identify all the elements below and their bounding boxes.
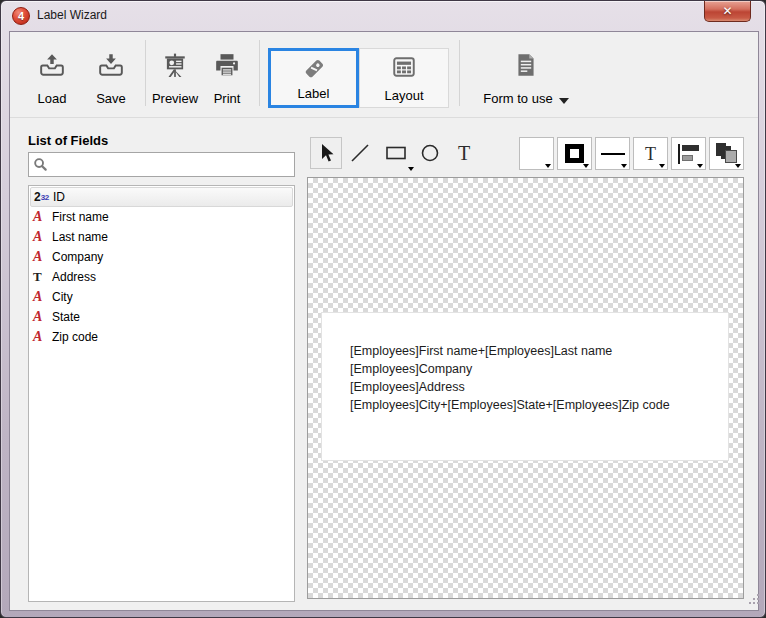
save-icon (98, 52, 124, 78)
preview-button[interactable]: Preview (146, 48, 204, 108)
ellipse-icon (419, 142, 441, 164)
border-color-button[interactable] (557, 137, 592, 170)
print-button[interactable]: Print (202, 48, 252, 108)
field-row-address[interactable]: T Address (30, 267, 293, 287)
alpha-field-icon: A (33, 289, 52, 305)
alpha-field-icon: A (33, 209, 52, 225)
field-name: Address (52, 270, 96, 284)
label-design-canvas[interactable]: [Employees]First name+[Employees]Last na… (307, 177, 744, 599)
tab-layout-text: Layout (384, 88, 423, 103)
text-tool-icon: T (458, 143, 470, 163)
alpha-field-icon: A (33, 229, 52, 245)
save-label: Save (96, 91, 126, 106)
dropdown-triangle-icon (621, 164, 627, 168)
field-row-zip-code[interactable]: A Zip code (30, 327, 293, 347)
field-name: Zip code (52, 330, 98, 344)
label-preview-box[interactable]: [Employees]First name+[Employees]Last na… (322, 313, 728, 460)
integer-32-field-icon: 232 (34, 190, 53, 204)
field-row-company[interactable]: A Company (30, 247, 293, 267)
toolbar-separator (459, 40, 460, 106)
close-button[interactable]: ✕ (704, 1, 751, 22)
line-width-button[interactable] (595, 137, 630, 170)
alignment-button[interactable] (671, 137, 706, 170)
form-to-use-label: Form to use (483, 91, 568, 106)
line-icon (349, 142, 371, 164)
fill-color-button[interactable] (519, 137, 554, 170)
layout-grid-icon (391, 54, 417, 80)
field-name: State (52, 310, 80, 324)
text-style-icon: T (645, 145, 656, 163)
load-button[interactable]: Load (24, 48, 80, 108)
select-arrow-tool[interactable] (310, 137, 342, 169)
save-button[interactable]: Save (83, 48, 139, 108)
field-row-city[interactable]: A City (30, 287, 293, 307)
tab-label-text: Label (298, 86, 330, 101)
dropdown-triangle-icon (697, 164, 703, 168)
text-style-button[interactable]: T (633, 137, 668, 170)
label-line[interactable]: [Employees]City+[Employees]State+[Employ… (350, 396, 728, 414)
field-name: City (52, 290, 73, 304)
close-icon: ✕ (722, 5, 732, 17)
tab-label[interactable]: Label (268, 48, 359, 108)
text-tool[interactable]: T (448, 137, 480, 169)
label-line[interactable]: [Employees]First name+[Employees]Last na… (350, 342, 728, 360)
field-row-id[interactable]: 232 ID (30, 187, 293, 207)
label-line[interactable]: [Employees]Address (350, 378, 728, 396)
preview-icon (162, 52, 188, 78)
alpha-field-icon: A (33, 249, 52, 265)
titlebar[interactable]: 4 Label Wizard ✕ (1, 1, 765, 31)
text-field-icon: T (33, 269, 52, 285)
alpha-field-icon: A (33, 309, 52, 325)
dropdown-triangle-icon (659, 164, 665, 168)
preview-label: Preview (152, 91, 198, 106)
line-tool[interactable] (344, 137, 376, 169)
arrange-layers-button[interactable] (709, 137, 744, 170)
main-toolbar: Load Save (10, 32, 758, 118)
form-to-use-button[interactable]: Form to use (470, 48, 582, 108)
dropdown-triangle-icon (735, 164, 741, 168)
4d-app-icon: 4 (12, 7, 30, 25)
tag-icon (301, 56, 327, 82)
form-document-icon (513, 52, 539, 78)
dropdown-triangle-icon (583, 164, 589, 168)
alpha-field-icon: A (33, 329, 52, 345)
line-width-icon (601, 153, 625, 155)
border-swatch-icon (565, 144, 584, 163)
search-icon (33, 157, 48, 172)
toolbar-separator (259, 40, 260, 106)
resize-grip[interactable] (749, 594, 761, 606)
field-name: ID (53, 190, 65, 204)
dialog-content: Load Save (9, 31, 759, 611)
fields-panel-title: List of Fields (28, 133, 108, 148)
search-input[interactable] (48, 153, 294, 176)
longint-base-glyph: 2 (34, 190, 41, 204)
label-wizard-window: 4 Label Wizard ✕ Load Save (0, 0, 766, 618)
cursor-arrow-icon (317, 143, 335, 163)
window-title: Label Wizard (37, 8, 107, 22)
search-box (28, 152, 295, 177)
field-name: Last name (52, 230, 108, 244)
field-row-last-name[interactable]: A Last name (30, 227, 293, 247)
print-label: Print (214, 91, 241, 106)
field-list[interactable]: 232 ID A First name A Last name A Compan… (28, 185, 295, 602)
field-row-first-name[interactable]: A First name (30, 207, 293, 227)
load-label: Load (38, 91, 67, 106)
tab-layout[interactable]: Layout (359, 48, 449, 108)
layers-icon (716, 143, 738, 165)
label-line[interactable]: [Employees]Company (350, 360, 728, 378)
field-name: First name (52, 210, 109, 224)
print-icon (214, 52, 240, 78)
ellipse-tool[interactable] (414, 137, 446, 169)
app-icon-glyph: 4 (18, 10, 24, 22)
rectangle-tool[interactable] (380, 137, 412, 169)
dropdown-triangle-icon (545, 164, 551, 168)
field-name: Company (52, 250, 103, 264)
form-to-use-text: Form to use (483, 91, 552, 106)
longint-sup-glyph: 32 (41, 193, 49, 202)
align-left-icon (678, 145, 700, 163)
load-icon (39, 52, 65, 78)
chevron-down-icon (559, 98, 569, 104)
rectangle-icon (384, 142, 408, 164)
field-row-state[interactable]: A State (30, 307, 293, 327)
